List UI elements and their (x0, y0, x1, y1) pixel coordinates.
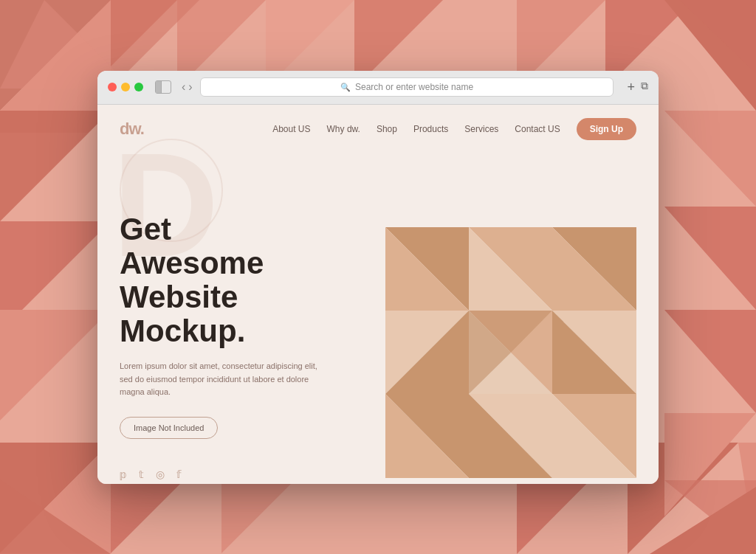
copy-button[interactable]: ⧉ (641, 80, 648, 95)
nav-contact[interactable]: Contact US (515, 124, 560, 134)
browser-actions: + ⧉ (627, 80, 648, 95)
forward-button[interactable]: › (188, 80, 192, 94)
website-content: dw. About US Why dw. Shop Products Servi… (97, 105, 659, 484)
traffic-light-yellow[interactable] (121, 83, 130, 91)
twitter-icon[interactable]: 𝕥 (139, 468, 144, 480)
nav-about[interactable]: About US (272, 124, 310, 134)
instagram-icon[interactable]: ◎ (156, 468, 165, 480)
browser-chrome: ‹ › 🔍 Search or enter website name + ⧉ (97, 71, 659, 105)
hero-cta-button[interactable]: Image Not Included (120, 417, 218, 439)
new-tab-button[interactable]: + (627, 80, 635, 95)
hero-heading: Get Awesome Website Mockup. (120, 212, 348, 349)
nav-why[interactable]: Why dw. (327, 124, 360, 134)
search-icon: 🔍 (340, 83, 351, 92)
nav-shop[interactable]: Shop (377, 124, 397, 134)
traffic-light-green[interactable] (134, 83, 143, 91)
traffic-lights (108, 83, 143, 91)
hero-text: Get Awesome Website Mockup. Lorem ipsum … (120, 168, 348, 440)
svg-marker-23 (0, 310, 111, 420)
pinwheel-graphic (385, 227, 636, 478)
nav-services[interactable]: Services (464, 124, 498, 134)
hero-subtext: Lorem ipsum dolor sit amet, consectetur … (120, 360, 326, 399)
back-button[interactable]: ‹ (182, 80, 185, 94)
traffic-light-red[interactable] (108, 83, 117, 91)
svg-marker-13 (664, 111, 756, 207)
svg-marker-24 (664, 310, 756, 413)
address-bar[interactable]: 🔍 Search or enter website name (200, 77, 614, 97)
facebook-icon[interactable]: 𝕗 (176, 468, 182, 480)
sidebar-toggle-button[interactable] (155, 80, 171, 94)
nav-links: About US Why dw. Shop Products Services … (272, 118, 636, 140)
browser-window: ‹ › 🔍 Search or enter website name + ⧉ d… (97, 71, 659, 484)
nav-products[interactable]: Products (413, 124, 448, 134)
svg-marker-14 (664, 207, 756, 310)
pinterest-icon[interactable]: 𝕡 (120, 468, 127, 480)
svg-marker-28 (0, 133, 89, 221)
hero-section: D Get Awesome Website Mockup. Lorem ipsu… (97, 153, 659, 484)
address-text: Search or enter website name (355, 82, 473, 92)
site-nav: dw. About US Why dw. Shop Products Servi… (97, 105, 659, 153)
signup-button[interactable]: Sign Up (577, 118, 636, 140)
site-logo: dw. (120, 120, 144, 139)
nav-arrows: ‹ › (182, 80, 193, 94)
